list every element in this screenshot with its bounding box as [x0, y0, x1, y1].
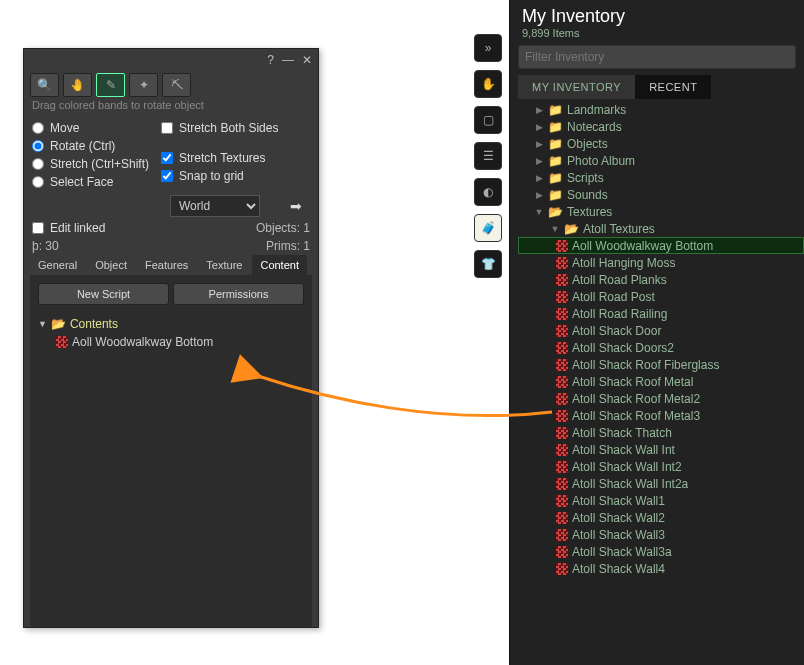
content-panel: New Script Permissions ▼ 📂 Contents Aoll…	[30, 275, 312, 627]
inv-texture-item[interactable]: Atoll Shack Door	[518, 322, 804, 339]
inv-texture-item[interactable]: Atoll Shack Wall3	[518, 526, 804, 543]
inv-folder[interactable]: ▶📁Photo Album	[518, 152, 804, 169]
edit-linked-check[interactable]: Edit linked	[32, 221, 105, 235]
caret-right-icon: ▶	[534, 139, 544, 149]
tab-content[interactable]: Content	[252, 255, 307, 275]
filter-inventory-input[interactable]	[518, 45, 796, 69]
inv-folder[interactable]: ▶📁Objects	[518, 135, 804, 152]
inventory-panel: My Inventory 9,899 Items MY INVENTORY RE…	[509, 0, 804, 665]
caret-right-icon: ▶	[534, 190, 544, 200]
inv-texture-item[interactable]: Aoll Woodwalkway Bottom	[518, 237, 804, 254]
tab-my-inventory[interactable]: MY INVENTORY	[518, 75, 635, 99]
inv-texture-item[interactable]: Atoll Shack Thatch	[518, 424, 804, 441]
stretch-both-check[interactable]: Stretch Both Sides	[161, 121, 278, 135]
inventory-count: 9,899 Items	[510, 27, 804, 45]
stretch-radio[interactable]: Stretch (Ctrl+Shift)	[32, 157, 149, 171]
texture-icon	[556, 308, 568, 320]
texture-icon	[556, 444, 568, 456]
close-icon[interactable]: ✕	[302, 53, 312, 67]
tab-texture[interactable]: Texture	[198, 255, 250, 275]
texture-icon	[556, 325, 568, 337]
texture-icon	[556, 240, 568, 252]
inv-texture-item[interactable]: Atoll Shack Wall Int2	[518, 458, 804, 475]
contents-folder[interactable]: ▼ 📂 Contents	[38, 315, 304, 333]
inv-texture-item[interactable]: Atoll Shack Wall Int2a	[518, 475, 804, 492]
texture-icon	[556, 291, 568, 303]
help-icon[interactable]: ?	[267, 53, 274, 67]
inv-texture-item[interactable]: Atoll Shack Wall3a	[518, 543, 804, 560]
inv-texture-item[interactable]: Atoll Hanging Moss	[518, 254, 804, 271]
texture-icon	[556, 563, 568, 575]
snap-grid-check[interactable]: Snap to grid	[161, 169, 278, 183]
folder-icon: 📁	[548, 103, 563, 117]
tab-features[interactable]: Features	[137, 255, 196, 275]
inv-texture-item[interactable]: Atoll Shack Roof Metal2	[518, 390, 804, 407]
inv-texture-item[interactable]: Atoll Shack Roof Metal3	[518, 407, 804, 424]
side-hand-icon[interactable]: ✋	[474, 70, 502, 98]
folder-icon: 📂	[548, 205, 563, 219]
inv-texture-item[interactable]: Atoll Shack Roof Fiberglass	[518, 356, 804, 373]
inv-texture-item[interactable]: Atoll Road Railing	[518, 305, 804, 322]
land-tool-icon[interactable]: ⛏	[162, 73, 191, 97]
texture-icon	[556, 359, 568, 371]
inv-texture-item[interactable]: Atoll Shack Wall4	[518, 560, 804, 577]
caret-right-icon: ▶	[534, 105, 544, 115]
inv-texture-item[interactable]: Atoll Shack Wall1	[518, 492, 804, 509]
caret-down-icon: ▼	[550, 224, 560, 234]
tab-general[interactable]: General	[30, 255, 85, 275]
focus-tool-icon[interactable]: 🔍	[30, 73, 59, 97]
texture-icon	[556, 393, 568, 405]
inv-texture-item[interactable]: Atoll Shack Doors2	[518, 339, 804, 356]
inv-folder[interactable]: ▶📁Sounds	[518, 186, 804, 203]
caret-down-icon: ▼	[38, 319, 47, 329]
side-expand-icon[interactable]: »	[474, 34, 502, 62]
texture-icon	[556, 546, 568, 558]
minimize-icon[interactable]: —	[282, 53, 294, 67]
side-user-icon[interactable]: ▢	[474, 106, 502, 134]
edit-tool-icon[interactable]: ✎	[96, 73, 125, 97]
folder-icon: 📁	[548, 188, 563, 202]
inv-folder-textures[interactable]: ▼📂Textures	[518, 203, 804, 220]
inventory-title: My Inventory	[510, 0, 804, 27]
texture-icon	[556, 478, 568, 490]
texture-icon	[556, 274, 568, 286]
inv-folder[interactable]: ▶📁Notecards	[518, 118, 804, 135]
texture-icon	[556, 461, 568, 473]
inv-texture-item[interactable]: Atoll Shack Wall Int	[518, 441, 804, 458]
permissions-button[interactable]: Permissions	[173, 283, 304, 305]
move-radio[interactable]: Move	[32, 121, 149, 135]
side-appearance-icon[interactable]: 👕	[474, 250, 502, 278]
create-tool-icon[interactable]: ✦	[129, 73, 158, 97]
side-inventory-icon[interactable]: 🧳	[474, 214, 502, 242]
caret-right-icon: ▶	[534, 156, 544, 166]
texture-icon	[556, 257, 568, 269]
texture-icon	[556, 342, 568, 354]
grid-options-icon[interactable]: ➡	[290, 198, 310, 214]
folder-icon: 📁	[548, 154, 563, 168]
texture-icon	[556, 376, 568, 388]
inv-texture-item[interactable]: Atoll Road Post	[518, 288, 804, 305]
contents-item[interactable]: Aoll Woodwalkway Bottom	[38, 333, 304, 351]
tab-recent[interactable]: RECENT	[635, 75, 711, 99]
move-tool-icon[interactable]: 🤚	[63, 73, 92, 97]
side-world-icon[interactable]: ◐	[474, 178, 502, 206]
texture-icon	[556, 529, 568, 541]
inv-texture-item[interactable]: Atoll Road Planks	[518, 271, 804, 288]
new-script-button[interactable]: New Script	[38, 283, 169, 305]
coordinate-space-select[interactable]: World	[170, 195, 260, 217]
side-group-icon[interactable]: ☰	[474, 142, 502, 170]
inv-texture-item[interactable]: Atoll Shack Wall2	[518, 509, 804, 526]
rotate-radio[interactable]: Rotate (Ctrl)	[32, 139, 149, 153]
folder-icon: 📁	[548, 171, 563, 185]
prims-count: Prims: 1	[266, 239, 310, 253]
texture-icon	[556, 495, 568, 507]
inv-folder-atoll[interactable]: ▼📂Atoll Textures	[518, 220, 804, 237]
stretch-textures-check[interactable]: Stretch Textures	[161, 151, 278, 165]
inv-folder[interactable]: ▶📁Landmarks	[518, 101, 804, 118]
tool-hint: Drag colored bands to rotate object	[24, 99, 318, 117]
tab-object[interactable]: Object	[87, 255, 135, 275]
caret-right-icon: ▶	[534, 173, 544, 183]
inv-texture-item[interactable]: Atoll Shack Roof Metal	[518, 373, 804, 390]
inv-folder[interactable]: ▶📁Scripts	[518, 169, 804, 186]
selectface-radio[interactable]: Select Face	[32, 175, 149, 189]
